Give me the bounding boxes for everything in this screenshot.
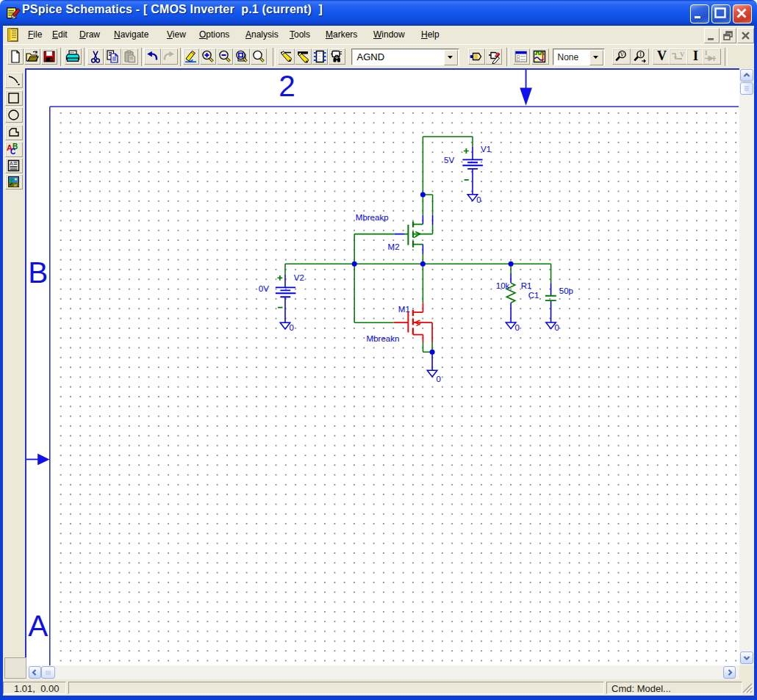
- svg-text:Mbreakp: Mbreakp: [356, 213, 389, 222]
- svg-text:0: 0: [476, 195, 481, 204]
- svg-text:10k: 10k: [496, 281, 510, 290]
- svg-text:0: 0: [436, 375, 440, 383]
- svg-text:0: 0: [555, 323, 559, 332]
- svg-text:R1: R1: [521, 281, 532, 290]
- svg-text:V1: V1: [481, 145, 491, 154]
- svg-text:50p: 50p: [559, 286, 573, 295]
- svg-text:Mbreakn: Mbreakn: [367, 334, 400, 343]
- svg-text:M1: M1: [398, 305, 410, 314]
- svg-text:A: A: [28, 609, 48, 643]
- svg-text:V2: V2: [294, 273, 304, 282]
- svg-text:0: 0: [289, 323, 293, 332]
- svg-text:2: 2: [279, 69, 295, 103]
- svg-text:5V: 5V: [444, 156, 454, 165]
- svg-text:C1: C1: [528, 291, 539, 300]
- svg-text:0: 0: [515, 323, 520, 332]
- svg-text:0V: 0V: [259, 284, 269, 293]
- svg-text:M2: M2: [388, 242, 400, 251]
- svg-text:B: B: [28, 256, 48, 289]
